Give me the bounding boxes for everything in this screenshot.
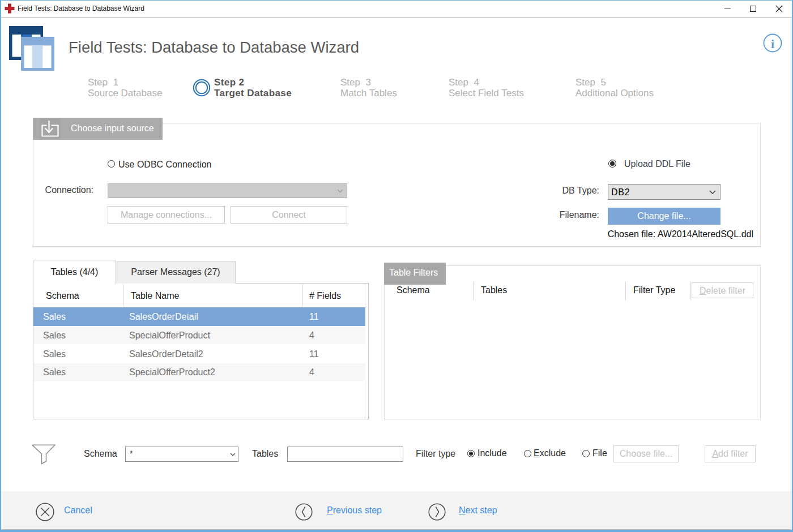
svg-text:i: i bbox=[771, 37, 774, 51]
